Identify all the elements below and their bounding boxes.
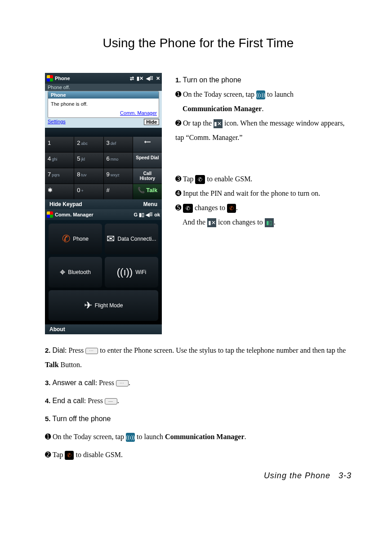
close-icon: ✕ [156, 76, 160, 81]
start-icon [47, 75, 53, 81]
key-1[interactable]: 1 [45, 137, 74, 152]
key-star[interactable]: ✱ [45, 184, 74, 199]
step-number: 4. [45, 397, 51, 404]
key-5[interactable]: 5jkl [74, 153, 103, 168]
key-speed-dial[interactable]: Speed Dial [133, 153, 162, 168]
bullet: ➌ [175, 175, 181, 183]
body-text: Or tap the [183, 119, 214, 127]
cm-tile-label: WiFi [135, 269, 146, 275]
body-text: . [117, 397, 119, 404]
key-hash[interactable]: # [104, 184, 133, 199]
antenna-icon: ((ı)) [126, 433, 135, 442]
step-heading: Answer a call [53, 379, 95, 386]
step-heading: Dial [53, 346, 65, 354]
signal-on-icon: ▮▯ [265, 218, 274, 227]
body-text: Communication Manager [165, 433, 244, 440]
body-text: Button. [59, 361, 82, 368]
sync-icon: ⇄ [130, 76, 134, 81]
bullet: ➊ [175, 90, 181, 98]
phone-status-line: Phone off. [45, 84, 162, 91]
comm-manager-link[interactable]: Comm. Manager [120, 110, 157, 116]
hardware-button-icon: ⋯ [116, 380, 129, 386]
cm-titlebar-label: Comm. Manager [55, 212, 94, 217]
body-text: . [129, 379, 130, 386]
signal-off-icon: ▮✕ [137, 76, 143, 81]
bullet: ➋ [175, 119, 181, 127]
key-2[interactable]: 2abc [74, 137, 103, 152]
body-text: to launch [267, 90, 294, 98]
cm-tile-label: Data Connecti... [117, 236, 156, 242]
signal-off-icon: ▮✕ [207, 218, 216, 227]
volume-icon: ◀⠿ [146, 76, 153, 81]
hide-keypad-softkey[interactable]: Hide Keypad [49, 201, 82, 207]
key-backspace[interactable]: ⟵ [133, 137, 162, 152]
bullet: ➎ [175, 204, 181, 211]
bluetooth-icon: ⌖ [60, 266, 65, 278]
step-number: 2. [45, 346, 51, 354]
key-7[interactable]: 7pqrs [45, 168, 74, 184]
popup-message: The phone is off. [48, 99, 159, 109]
page-footer: Using the Phone 3-3 [45, 471, 352, 481]
cm-tile-bluetooth[interactable]: ⌖ Bluetooth [49, 257, 102, 287]
body-text: : Press [84, 397, 105, 404]
settings-link[interactable]: Settings [48, 119, 66, 125]
bullet: ➍ [175, 189, 181, 197]
body-text: : Press [95, 379, 116, 386]
phone-icon: ✆ [62, 233, 70, 245]
cm-tile-flight-mode[interactable]: ✈ Flight Mode [49, 290, 158, 321]
dial-keypad: 1 2abc 3def ⟵ 4ghi 5jkl 6mno Speed Dial … [45, 137, 162, 199]
step-number: 5. [45, 415, 51, 422]
body-text: icon changes to [218, 218, 265, 226]
handset-icon: ✆ [183, 204, 193, 213]
bullet: ➊ [45, 433, 51, 440]
about-softkey[interactable]: About [45, 324, 162, 334]
key-9[interactable]: 9wxyz [104, 168, 133, 184]
body-text: to enable GSM. [207, 175, 252, 183]
body-text: : Press [65, 346, 85, 354]
body-text: Tap [183, 175, 196, 183]
cm-tile-wifi[interactable]: ((ı)) WiFi [105, 257, 158, 287]
body-text: . [236, 204, 238, 211]
body-text: to enter the Phone screen. Use the stylu… [100, 346, 346, 354]
popup-title: Phone [48, 91, 159, 99]
footer-label: Using the Phone [264, 471, 330, 480]
key-3[interactable]: 3def [104, 137, 133, 152]
cm-tile-phone[interactable]: ✆ Phone [49, 224, 102, 254]
wifi-icon: ((ı)) [117, 266, 133, 278]
key-0[interactable]: 0+ [74, 184, 103, 199]
menu-softkey[interactable]: Menu [143, 201, 157, 207]
phone-titlebar: Phone ⇄ ▮✕ ◀⠿ ✕ [45, 73, 162, 84]
data-icon: ✉ [107, 233, 115, 245]
start-icon [47, 211, 53, 218]
key-6[interactable]: 6mno [104, 153, 133, 168]
signal-off-icon: ▮✕ [214, 119, 223, 128]
phone-titlebar-label: Phone [55, 76, 70, 81]
hardware-button-icon: — [105, 398, 117, 404]
phone-off-popup: Phone The phone is off. Comm. Manager [48, 91, 159, 118]
page-title: Using the Phone for the First Time [45, 36, 352, 50]
key-4[interactable]: 4ghi [45, 153, 74, 168]
body-text: Talk [45, 361, 59, 368]
cm-tile-label: Phone [73, 236, 89, 242]
hide-button[interactable]: Hide [144, 119, 159, 125]
cm-tile-data[interactable]: ✉ Data Connecti... [105, 224, 158, 254]
key-talk[interactable]: 📞 Talk [133, 184, 162, 199]
step-heading: End a call [53, 397, 84, 404]
body-text: . [274, 218, 276, 226]
step-number: 3. [45, 379, 51, 386]
body-text: On the Today screen, tap [53, 433, 126, 440]
handset-icon: ✆ [195, 175, 205, 184]
key-call-history[interactable]: Call History [133, 168, 162, 184]
handset-on-icon: ✆ [227, 204, 236, 213]
body-text: to launch [137, 433, 165, 440]
cm-titlebar: Comm. Manager G ▮▯ ◀⠿ ok [45, 209, 162, 220]
key-8[interactable]: 8tuv [74, 168, 103, 184]
step-heading: Turn on the phone [183, 76, 241, 84]
comm-manager-screen-mock: Comm. Manager G ▮▯ ◀⠿ ok ✆ Phone ✉ Data … [45, 209, 162, 334]
status-icons: G ▮▯ ◀⠿ ok [134, 212, 160, 218]
cm-tile-label: Bluetooth [68, 269, 91, 275]
hardware-button-icon: ⋯ [85, 348, 98, 354]
body-text: to disable GSM. [76, 451, 122, 458]
body-text: changes to [195, 204, 227, 211]
flight-icon: ✈ [84, 300, 92, 311]
